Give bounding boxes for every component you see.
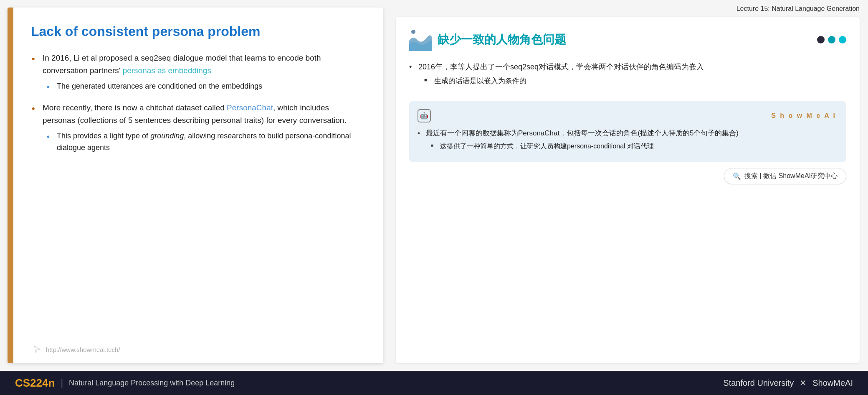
chinese-slide-title: 缺少一致的人物角色问题 <box>438 32 566 48</box>
left-slide-panel: Lack of consistent persona problem In 20… <box>8 8 383 363</box>
search-bar-text: 搜索 | 微信 ShowMeAI研究中心 <box>744 172 838 181</box>
slide-footer: http://www.showmeai.tech/ <box>33 345 120 354</box>
bullet-2-text-before: More recently, there is now a chitchat d… <box>43 103 227 112</box>
sub-bullet-list-2: This provides a light type of grounding,… <box>43 130 362 154</box>
sub-bullet-2-1: This provides a light type of grounding,… <box>47 130 362 154</box>
cs-course-label: CS224n <box>15 377 55 390</box>
x-symbol: ✕ <box>800 378 807 388</box>
orange-accent-bar <box>8 8 13 363</box>
robot-icon: 🤖 <box>418 109 431 122</box>
sub-bullet-2-1-text-before: This provides a light type of <box>57 132 150 140</box>
chinese-main-bullets: 2016年，李等人提出了一个seq2seq对话模式，学会将两个对话伙伴的角色编码… <box>409 61 846 89</box>
chinese-bullet-1: 2016年，李等人提出了一个seq2seq对话模式，学会将两个对话伙伴的角色编码… <box>409 61 846 87</box>
bottom-bar: CS224n | Natural Language Processing wit… <box>0 371 868 395</box>
robot-emoji: 🤖 <box>420 112 428 120</box>
footer-url[interactable]: http://www.showmeai.tech/ <box>46 346 120 353</box>
chinese-sub-bullet-1-1: 生成的话语是以嵌入为条件的 <box>424 75 846 87</box>
annotation-sub-bullet-1-1: 这提供了一种简单的方式，让研究人员构建persona-conditional 对… <box>431 141 836 152</box>
annotation-bullets: 最近有一个闲聊的数据集称为PersonaChat，包括每一次会话的角色(描述个人… <box>418 127 836 152</box>
dots-row <box>817 36 846 43</box>
bottom-left: CS224n | Natural Language Processing wit… <box>15 377 235 390</box>
right-panel: Lecture 15: Natural Language Generation … <box>383 0 868 371</box>
annotation-bullet-1: 最近有一个闲聊的数据集称为PersonaChat，包括每一次会话的角色(描述个人… <box>418 127 836 152</box>
svg-point-0 <box>411 30 415 34</box>
lecture-header: Lecture 15: Natural Language Generation <box>396 0 860 17</box>
cursor-icon <box>33 345 42 354</box>
annotation-header: 🤖 S h o w M e A I <box>418 109 836 122</box>
chinese-header-row: 缺少一致的人物角色问题 <box>409 28 846 51</box>
search-bar[interactable]: 🔍 搜索 | 微信 ShowMeAI研究中心 <box>724 168 846 184</box>
sub-bullet-list-1: The generated utterances are conditioned… <box>43 81 362 92</box>
bottom-divider: | <box>61 377 63 388</box>
slide-title: Lack of consistent persona problem <box>31 23 362 39</box>
bottom-right: Stanford University ✕ ShowMeAI <box>723 378 853 388</box>
dot-3 <box>839 36 846 43</box>
sub-bullet-1-1-text: The generated utterances are conditioned… <box>57 82 262 90</box>
chinese-bullet-1-text: 2016年，李等人提出了一个seq2seq对话模式，学会将两个对话伙伴的角色编码… <box>418 63 704 71</box>
stanford-label: Stanford University <box>723 378 794 388</box>
annotation-box: 🤖 S h o w M e A I 最近有一个闲聊的数据集称为PersonaCh… <box>409 101 846 162</box>
sub-bullet-2-1-italic: grounding <box>150 132 184 140</box>
slide-content-area: Lack of consistent persona problem In 20… <box>13 8 383 363</box>
chinese-sub-bullet-1-1-text: 生成的话语是以嵌入为条件的 <box>434 77 526 85</box>
annotation-sub-bullets-1: 这提供了一种简单的方式，让研究人员构建persona-conditional 对… <box>426 141 836 152</box>
chinese-title-area: 缺少一致的人物角色问题 <box>409 28 566 51</box>
persona-icon <box>409 28 432 51</box>
showmeai-annotation-label: S h o w M e A I <box>771 112 836 120</box>
course-name: Natural Language Processing with Deep Le… <box>69 379 235 387</box>
main-bullet-list: In 2016, Li et al proposed a seq2seq dia… <box>31 52 362 153</box>
sub-bullet-1-1: The generated utterances are conditioned… <box>47 81 362 92</box>
persona-chat-link[interactable]: PersonaChat <box>227 103 273 112</box>
search-icon: 🔍 <box>733 172 741 180</box>
search-bar-row: 🔍 搜索 | 微信 ShowMeAI研究中心 <box>409 168 846 184</box>
bullet-1-highlight: personas as embeddings <box>123 66 211 75</box>
bullet-item-2: More recently, there is now a chitchat d… <box>31 102 362 154</box>
dot-2 <box>828 36 835 43</box>
showmeai-bottom-label: ShowMeAI <box>812 378 853 388</box>
chinese-slide: 缺少一致的人物角色问题 2016年，李等人提出了一个seq2seq对话模式，学会… <box>396 17 860 363</box>
bullet-item-1: In 2016, Li et al proposed a seq2seq dia… <box>31 52 362 92</box>
dot-1 <box>817 36 825 43</box>
annotation-sub-1-1-text: 这提供了一种简单的方式，让研究人员构建persona-conditional 对… <box>440 143 654 150</box>
annotation-bullet-1-text: 最近有一个闲聊的数据集称为PersonaChat，包括每一次会话的角色(描述个人… <box>426 129 739 137</box>
chinese-sub-bullets-1: 生成的话语是以嵌入为条件的 <box>418 75 846 87</box>
